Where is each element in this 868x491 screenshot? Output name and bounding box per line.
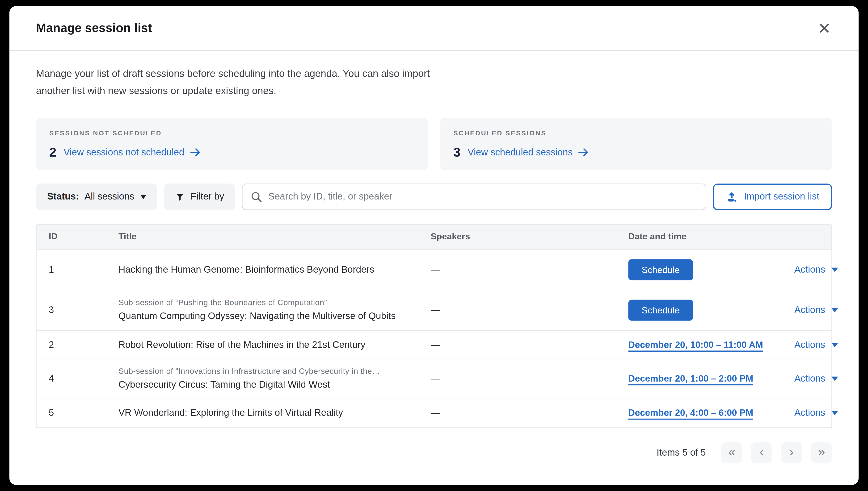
backdrop: Manage session list Manage your list of … bbox=[0, 0, 868, 491]
session-id: 1 bbox=[49, 264, 118, 276]
next-page-button[interactable]: › bbox=[781, 442, 802, 463]
first-page-button[interactable]: « bbox=[721, 442, 742, 463]
session-speakers: — bbox=[431, 339, 628, 350]
session-title: Quantum Computing Odyssey: Navigating th… bbox=[118, 310, 420, 323]
table-row: 4 Sub-session of “Innovations in Infrast… bbox=[36, 359, 832, 399]
caret-down-icon bbox=[832, 411, 838, 415]
arrow-right-icon bbox=[578, 148, 590, 157]
toolbar: Status: All sessions Filter by bbox=[36, 183, 832, 210]
table-row: 5 VR Wonderland: Exploring the Limits of… bbox=[36, 399, 832, 427]
actions-menu-button[interactable]: Actions bbox=[794, 305, 838, 316]
session-speakers: — bbox=[431, 408, 628, 419]
session-datetime-link[interactable]: December 20, 10:00 – 11:00 AM bbox=[628, 339, 763, 349]
card-label: SCHEDULED SESSIONS bbox=[453, 129, 819, 137]
session-datetime-link[interactable]: December 20, 1:00 – 2:00 PM bbox=[628, 374, 753, 383]
pagination: Items 5 of 5 « ‹ › » bbox=[36, 442, 832, 463]
search-input[interactable] bbox=[242, 183, 706, 210]
caret-down-icon bbox=[832, 377, 838, 381]
double-chevron-right-icon: » bbox=[818, 441, 825, 462]
header-speakers: Speakers bbox=[431, 232, 628, 241]
session-speakers: — bbox=[431, 305, 628, 316]
caret-down-icon bbox=[141, 195, 146, 199]
table-row: 1 Hacking the Human Genome: Bioinformati… bbox=[36, 249, 832, 290]
session-subtitle: Sub-session of “Innovations in Infrastru… bbox=[118, 367, 420, 375]
session-subtitle: Sub-session of “Pushing the Boundaries o… bbox=[118, 298, 420, 307]
status-filter-dropdown[interactable]: Status: All sessions bbox=[36, 183, 158, 210]
caret-down-icon bbox=[832, 308, 838, 313]
chevron-left-icon: ‹ bbox=[760, 441, 764, 462]
caret-down-icon bbox=[832, 268, 838, 272]
session-datetime-link[interactable]: December 20, 4:00 – 6:00 PM bbox=[628, 408, 753, 418]
table-header: ID Title Speakers Date and time bbox=[36, 225, 832, 250]
caret-down-icon bbox=[832, 342, 838, 347]
filter-by-button[interactable]: Filter by bbox=[164, 183, 235, 210]
table-row: 3 Sub-session of “Pushing the Boundaries… bbox=[36, 290, 832, 330]
view-sessions-not-scheduled-link[interactable]: View sessions not scheduled bbox=[63, 147, 201, 158]
dialog-header: Manage session list bbox=[9, 6, 859, 51]
summary-cards: SESSIONS NOT SCHEDULED 2 View sessions n… bbox=[36, 118, 832, 170]
double-chevron-left-icon: « bbox=[728, 441, 735, 462]
manage-session-list-dialog: Manage session list Manage your list of … bbox=[9, 6, 859, 485]
card-label: SESSIONS NOT SCHEDULED bbox=[49, 129, 415, 137]
header-id: ID bbox=[49, 232, 118, 241]
actions-menu-button[interactable]: Actions bbox=[794, 408, 838, 419]
actions-menu-button[interactable]: Actions bbox=[794, 374, 838, 385]
sessions-not-scheduled-card: SESSIONS NOT SCHEDULED 2 View sessions n… bbox=[36, 118, 428, 170]
search-icon bbox=[250, 191, 262, 203]
last-page-button[interactable]: » bbox=[811, 442, 832, 463]
scheduled-sessions-card: SCHEDULED SESSIONS 3 View scheduled sess… bbox=[440, 118, 832, 170]
chevron-right-icon: › bbox=[789, 441, 794, 462]
not-scheduled-count: 2 bbox=[49, 145, 56, 160]
header-title: Title bbox=[118, 232, 431, 241]
upload-icon bbox=[726, 191, 738, 203]
view-scheduled-sessions-link[interactable]: View scheduled sessions bbox=[468, 147, 590, 158]
search-field-wrapper bbox=[242, 183, 706, 210]
session-speakers: — bbox=[431, 264, 628, 276]
schedule-button[interactable]: Schedule bbox=[628, 300, 693, 321]
session-id: 4 bbox=[49, 374, 118, 385]
import-session-list-button[interactable]: Import session list bbox=[713, 183, 832, 210]
session-title: Hacking the Human Genome: Bioinformatics… bbox=[118, 263, 420, 277]
close-button[interactable] bbox=[815, 19, 833, 37]
session-id: 5 bbox=[49, 408, 118, 419]
schedule-button[interactable]: Schedule bbox=[628, 259, 693, 281]
session-id: 3 bbox=[49, 305, 118, 316]
session-id: 2 bbox=[49, 339, 118, 350]
session-title: VR Wonderland: Exploring the Limits of V… bbox=[118, 407, 420, 420]
description-line-1: Manage your list of draft sessions befor… bbox=[36, 65, 832, 83]
close-icon bbox=[818, 22, 831, 35]
description-line-2: another list with new sessions or update… bbox=[36, 82, 832, 99]
funnel-icon bbox=[175, 192, 185, 202]
scheduled-count: 3 bbox=[453, 145, 460, 160]
items-count-label: Items 5 of 5 bbox=[656, 447, 706, 458]
sessions-table: ID Title Speakers Date and time 1 Hackin… bbox=[36, 224, 832, 428]
actions-menu-button[interactable]: Actions bbox=[794, 339, 838, 350]
header-datetime: Date and time bbox=[628, 232, 794, 241]
table-row: 2 Robot Revolution: Rise of the Machines… bbox=[36, 330, 832, 359]
previous-page-button[interactable]: ‹ bbox=[751, 442, 772, 463]
actions-menu-button[interactable]: Actions bbox=[794, 264, 838, 276]
dialog-description: Manage your list of draft sessions befor… bbox=[36, 65, 832, 99]
session-title: Cybersecurity Circus: Taming the Digital… bbox=[118, 378, 420, 392]
session-speakers: — bbox=[431, 374, 628, 385]
session-title: Robot Revolution: Rise of the Machines i… bbox=[118, 338, 420, 351]
arrow-right-icon bbox=[190, 148, 201, 157]
dialog-title: Manage session list bbox=[36, 21, 152, 35]
